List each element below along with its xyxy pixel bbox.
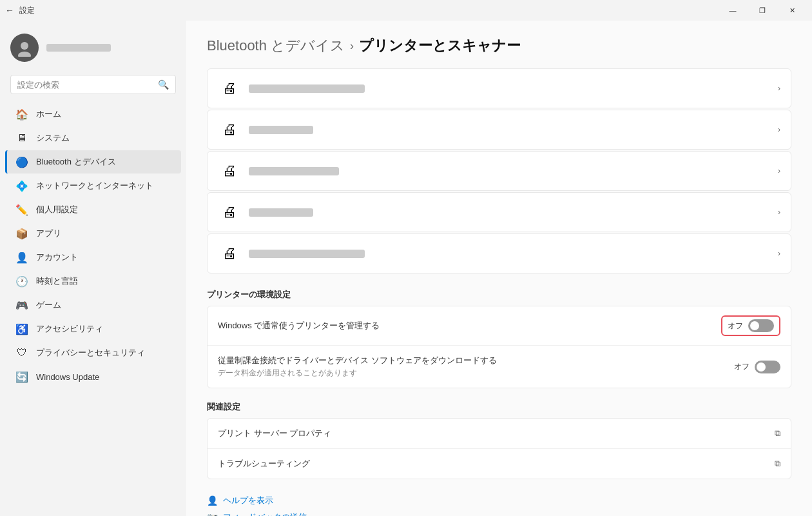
breadcrumb: Bluetooth とデバイス › プリンターとスキャナー xyxy=(207,21,791,68)
metered-connection-text: 従量制課金接続でドライバーとデバイス ソフトウェアをダウンロードする データ料金… xyxy=(218,355,734,379)
svg-point-0 xyxy=(21,42,28,50)
printer-icon-wrap: 🖨 xyxy=(218,159,241,183)
search-icon: 🔍 xyxy=(158,79,169,90)
nav-label-bluetooth: Bluetooth とデバイス xyxy=(36,156,116,168)
printer-icon-wrap: 🖨 xyxy=(218,77,241,100)
help-link[interactable]: 👤 ヘルプを表示 xyxy=(207,495,791,506)
nav-icon-home: 🏠 xyxy=(15,108,28,121)
breadcrumb-separator: › xyxy=(350,39,354,53)
chevron-right-icon: › xyxy=(778,249,780,258)
sidebar-item-accounts[interactable]: 👤 アカウント xyxy=(5,246,181,269)
printer-icon-wrap: 🖨 xyxy=(218,201,241,224)
manage-printer-row: Windows で通常使うプリンターを管理する オフ xyxy=(208,306,791,346)
metered-connection-toggle-thumb xyxy=(757,362,766,372)
printer-name xyxy=(249,250,365,258)
back-button[interactable]: ← xyxy=(5,5,14,15)
printer-icon: 🖨 xyxy=(222,80,237,97)
external-link-icon: ⧉ xyxy=(775,459,780,469)
metered-connection-toggle[interactable] xyxy=(755,361,780,373)
sidebar-item-home[interactable]: 🏠 ホーム xyxy=(5,103,181,126)
printer-item-2[interactable]: 🖨 › xyxy=(207,110,791,150)
manage-printer-toggle-label: オフ xyxy=(728,321,743,332)
sidebar-item-privacy[interactable]: 🛡 プライバシーとセキュリティ xyxy=(5,341,181,364)
printer-icon-wrap: 🖨 xyxy=(218,118,241,141)
nav-label-privacy: プライバシーとセキュリティ xyxy=(36,347,145,359)
sidebar-item-bluetooth[interactable]: 🔵 Bluetooth とデバイス xyxy=(5,150,181,174)
printer-item-4[interactable]: 🖨 › xyxy=(207,192,791,232)
printer-item-1[interactable]: 🖨 › xyxy=(207,68,791,108)
related-settings-card: プリント サーバー プロパティ ⧉ トラブルシューティング ⧉ xyxy=(207,418,791,479)
external-link-icon: ⧉ xyxy=(775,428,780,439)
printer-name xyxy=(249,84,365,93)
nav-icon-gaming: 🎮 xyxy=(15,299,28,312)
metered-connection-toggle-label: オフ xyxy=(734,361,749,372)
manage-printer-toggle-thumb xyxy=(750,321,759,330)
sidebar-item-time[interactable]: 🕐 時刻と言語 xyxy=(5,270,181,293)
nav-label-accessibility: アクセシビリティ xyxy=(36,323,103,335)
printer-item-3[interactable]: 🖨 › xyxy=(207,151,791,191)
close-button[interactable]: ✕ xyxy=(777,0,807,21)
sidebar-item-windowsupdate[interactable]: 🔄 Windows Update xyxy=(5,365,181,388)
related-item-print-server[interactable]: プリント サーバー プロパティ ⧉ xyxy=(208,419,791,449)
chevron-right-icon: › xyxy=(778,84,780,93)
user-name-blurred xyxy=(46,44,111,52)
main-content: Bluetooth とデバイス › プリンターとスキャナー 🖨 › 🖨 › 🖨 … xyxy=(186,21,812,516)
manage-printer-toggle-wrap[interactable]: オフ xyxy=(721,315,780,336)
window-title: 設定 xyxy=(19,5,35,16)
printer-name-text xyxy=(249,126,778,134)
nav-label-apps: アプリ xyxy=(36,228,61,239)
printer-name-text xyxy=(249,167,778,175)
printer-name xyxy=(249,126,313,134)
app-body: 🔍 🏠 ホーム 🖥 システム 🔵 Bluetooth とデバイス 💠 ネットワー… xyxy=(0,21,812,516)
search-box[interactable]: 🔍 xyxy=(10,75,176,94)
nav-icon-accessibility: ♿ xyxy=(15,322,28,335)
chevron-right-icon: › xyxy=(778,208,780,217)
manage-printer-text: Windows で通常使うプリンターを管理する xyxy=(218,320,721,332)
title-bar-controls: — ❐ ✕ xyxy=(718,0,807,21)
breadcrumb-current: プリンターとスキャナー xyxy=(359,36,521,55)
feedback-label: フィードバックの送信 xyxy=(223,511,307,516)
printer-name-text xyxy=(249,84,778,93)
printer-icon: 🖨 xyxy=(222,204,237,221)
nav-label-home: ホーム xyxy=(36,108,61,120)
nav-icon-personal: ✏️ xyxy=(15,203,28,216)
title-bar: ← 設定 — ❐ ✕ xyxy=(0,0,812,21)
printer-settings-card: Windows で通常使うプリンターを管理する オフ 従量制課金接続でドライバー… xyxy=(207,306,791,388)
sidebar-item-network[interactable]: 💠 ネットワークとインターネット xyxy=(5,174,181,197)
user-profile xyxy=(0,26,186,72)
help-icon: 👤 xyxy=(207,495,218,506)
nav-icon-time: 🕐 xyxy=(15,275,28,288)
printer-item-5[interactable]: 🖨 › xyxy=(207,233,791,273)
sidebar-item-gaming[interactable]: 🎮 ゲーム xyxy=(5,293,181,317)
nav-icon-privacy: 🛡 xyxy=(15,346,28,359)
metered-connection-sub: データ料金が適用されることがあります xyxy=(218,368,734,379)
svg-point-1 xyxy=(18,52,31,57)
manage-printer-label: Windows で通常使うプリンターを管理する xyxy=(218,320,721,332)
nav-label-personal: 個人用設定 xyxy=(36,204,78,215)
search-input[interactable] xyxy=(17,80,153,90)
printer-icon: 🖨 xyxy=(222,121,237,138)
feedback-link[interactable]: 📷 フィードバックの送信 xyxy=(207,511,791,516)
maximize-button[interactable]: ❐ xyxy=(748,0,777,21)
printer-icon: 🖨 xyxy=(222,163,237,179)
feedback-icon: 📷 xyxy=(207,512,218,516)
chevron-right-icon: › xyxy=(778,166,780,175)
related-item-troubleshoot[interactable]: トラブルシューティング ⧉ xyxy=(208,449,791,479)
minimize-button[interactable]: — xyxy=(718,0,748,21)
avatar xyxy=(10,34,39,62)
sidebar-item-system[interactable]: 🖥 システム xyxy=(5,126,181,150)
printer-list: 🖨 › 🖨 › 🖨 › 🖨 › 🖨 xyxy=(207,68,791,273)
nav-icon-windowsupdate: 🔄 xyxy=(15,370,28,383)
related-label-troubleshoot: トラブルシューティング xyxy=(218,458,775,470)
sidebar-item-apps[interactable]: 📦 アプリ xyxy=(5,222,181,245)
nav-icon-apps: 📦 xyxy=(15,227,28,240)
manage-printer-toggle[interactable] xyxy=(748,319,774,332)
sidebar-item-accessibility[interactable]: ♿ アクセシビリティ xyxy=(5,317,181,341)
nav-label-time: 時刻と言語 xyxy=(36,275,78,287)
nav-label-system: システム xyxy=(36,132,70,144)
printer-name xyxy=(249,208,313,217)
title-bar-left: ← 設定 xyxy=(5,5,35,16)
sidebar-item-personal[interactable]: ✏️ 個人用設定 xyxy=(5,198,181,221)
metered-connection-toggle-wrap[interactable]: オフ xyxy=(734,361,780,373)
metered-connection-label: 従量制課金接続でドライバーとデバイス ソフトウェアをダウンロードする xyxy=(218,355,734,366)
